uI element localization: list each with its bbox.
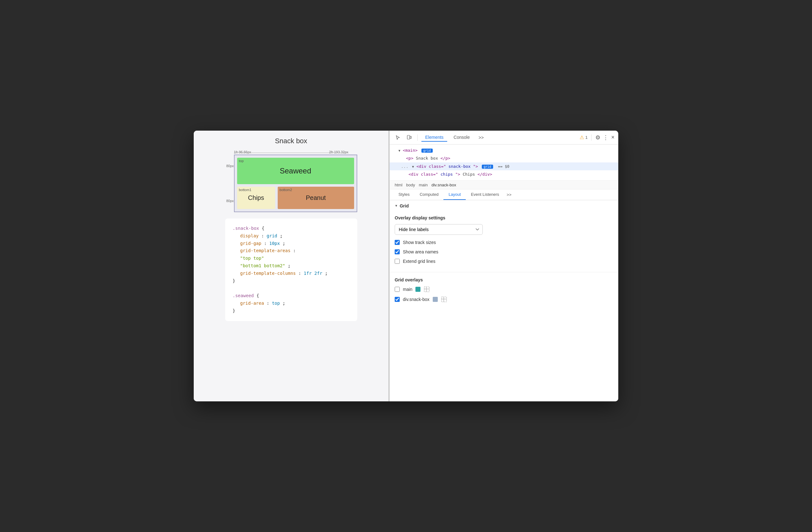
overlay-snackbox-color-swatch[interactable]	[433, 297, 438, 302]
grid-section-title: Grid	[400, 204, 409, 208]
close-button[interactable]: ×	[611, 134, 614, 141]
area-bottom2-text: Peanut	[306, 194, 325, 201]
overlay-main-row: main	[395, 286, 613, 292]
code-line-5: "top top"	[233, 255, 350, 262]
grid-measurements-top: 1fr·96.66px 2fr·193.32px	[225, 150, 357, 154]
code-line-7: grid-template-columns : 1fr 2fr ;	[233, 270, 350, 277]
left-panel: Snack box 1fr·96.66px 2fr·193.32px 80px …	[194, 131, 389, 401]
overlay-snackbox-checkbox[interactable]	[395, 297, 400, 302]
grid-area-bottom2: bottom2 Peanut	[278, 187, 354, 209]
tab-console[interactable]: Console	[450, 134, 473, 142]
gear-icon-btn[interactable]: ⚙	[595, 134, 600, 141]
toolbar-sep-1	[417, 135, 418, 141]
grid-visualization: 1fr·96.66px 2fr·193.32px 80px 80px top S…	[225, 150, 357, 212]
code-line-6: "bottom1 bottom2" ;	[233, 262, 350, 270]
warning-count: 1	[585, 135, 588, 140]
code-line-12: }	[233, 307, 350, 315]
device-icon-btn[interactable]	[405, 133, 414, 142]
line-labels-dropdown[interactable]: Hide line labels Show line numbers Show …	[395, 224, 483, 235]
tab-more[interactable]: >>	[476, 134, 486, 141]
toolbar-sep-2	[591, 135, 592, 141]
devtools-panel: Elements Console >> ⚠ 1 ⚙ ⋮ × ▼ <main>	[390, 131, 618, 401]
svg-rect-5	[441, 297, 447, 302]
overlays-title: Grid overlays	[395, 277, 613, 282]
code-line-10: .seaweed {	[233, 292, 350, 300]
code-line-4: grid-template-areas :	[233, 247, 350, 255]
grid-box: top Seaweed bottom1 Chips bottom2 Peanut	[234, 155, 357, 212]
code-line-3: grid-gap : 10px ;	[233, 240, 350, 248]
overlay-snackbox-row: div.snack-box	[395, 296, 613, 303]
dom-tree: ▼ <main> grid <p> Snack box </p> ...	[390, 144, 618, 181]
subtab-event-listeners[interactable]: Event Listeners	[466, 190, 504, 200]
code-block: .snack-box { display : grid ; grid-gap :	[225, 219, 357, 321]
dom-row-snack-box[interactable]: ... ▼ <div class=" snack-box "> grid == …	[390, 163, 618, 171]
area-top-text: Seaweed	[279, 167, 311, 175]
overlay-main-grid-icon[interactable]	[424, 286, 430, 292]
code-line-8: }	[233, 277, 350, 285]
checkbox-track-sizes-row: Show track sizes	[395, 240, 613, 245]
grid-section-body: Overlay display settings Hide line label…	[390, 212, 618, 272]
measurement-right: 2fr·193.32px	[329, 150, 348, 154]
side-label-top: 80px	[227, 164, 233, 168]
warning-icon: ⚠	[580, 135, 584, 140]
tab-elements[interactable]: Elements	[421, 134, 447, 142]
dom-row-main[interactable]: ▼ <main> grid	[390, 146, 618, 154]
code-line-2: display : grid ;	[233, 232, 350, 240]
overlay-display-title: Overlay display settings	[395, 215, 613, 220]
area-bottom2-label: bottom2	[279, 188, 292, 192]
measurement-left: 1fr·96.66px	[234, 150, 251, 154]
grid-side-labels: 80px 80px	[225, 155, 234, 212]
breadcrumb: html body main div.snack-box	[390, 181, 618, 190]
area-bottom1-text: Chips	[248, 194, 264, 201]
checkbox-area-names-label: Show area names	[403, 249, 438, 254]
svg-rect-1	[410, 136, 411, 139]
checkbox-extend-lines-label: Extend grid lines	[403, 259, 436, 264]
svg-rect-0	[407, 135, 410, 139]
checkbox-extend-lines-row: Extend grid lines	[395, 259, 613, 264]
dropdown-container: Hide line labels Show line numbers Show …	[395, 224, 613, 235]
breadcrumb-main[interactable]: main	[418, 182, 429, 188]
checkbox-track-sizes-label: Show track sizes	[403, 240, 436, 245]
grid-outer: 80px 80px top Seaweed bottom1 Chips	[225, 155, 357, 212]
grid-area-bottom1: bottom1 Chips	[237, 187, 275, 209]
area-top-label: top	[239, 159, 244, 163]
checkbox-track-sizes[interactable]	[395, 240, 400, 245]
overlay-main-checkbox[interactable]	[395, 287, 400, 292]
devtools-toolbar: Elements Console >> ⚠ 1 ⚙ ⋮ ×	[390, 131, 618, 144]
more-options-icon-btn[interactable]: ⋮	[603, 134, 609, 141]
browser-window: Snack box 1fr·96.66px 2fr·193.32px 80px …	[194, 131, 618, 401]
layout-content: ▼ Grid Overlay display settings Hide lin…	[390, 200, 618, 401]
code-line-1: .snack-box {	[233, 225, 350, 232]
grid-section-triangle: ▼	[395, 204, 398, 208]
breadcrumb-body[interactable]: body	[405, 182, 416, 188]
grid-area-top: top Seaweed	[237, 158, 354, 184]
code-line-11: grid-area : top ;	[233, 300, 350, 307]
grid-overlays-section: Grid overlays main	[390, 272, 618, 310]
subtab-layout[interactable]: Layout	[444, 190, 466, 200]
overlay-snackbox-label: div.snack-box	[403, 297, 430, 302]
breadcrumb-snackbox[interactable]: div.snack-box	[430, 182, 458, 188]
subtab-styles[interactable]: Styles	[393, 190, 415, 200]
area-bottom1-label: bottom1	[239, 188, 251, 192]
browser-content: Snack box 1fr·96.66px 2fr·193.32px 80px …	[194, 131, 618, 401]
breadcrumb-html[interactable]: html	[393, 182, 404, 188]
overlay-main-label: main	[403, 287, 412, 292]
overlay-snackbox-grid-icon[interactable]	[441, 296, 447, 303]
checkbox-area-names[interactable]	[395, 249, 400, 254]
overlay-main-color-swatch[interactable]	[416, 287, 420, 292]
toolbar-warning: ⚠ 1	[580, 135, 588, 140]
checkbox-area-names-row: Show area names	[395, 249, 613, 254]
subtab-more[interactable]: >>	[504, 190, 514, 199]
grid-badge-main: grid	[421, 149, 433, 153]
grid-section-header[interactable]: ▼ Grid	[390, 200, 618, 212]
subtab-computed[interactable]: Computed	[415, 190, 444, 200]
dom-row-chips[interactable]: <div class=" chips "> Chips </div>	[390, 170, 618, 178]
checkbox-extend-lines[interactable]	[395, 259, 400, 264]
grid-badge-snackbox: grid	[482, 165, 493, 169]
side-label-bottom: 80px	[227, 199, 233, 203]
cursor-icon-btn[interactable]	[393, 133, 402, 142]
svg-rect-2	[424, 287, 429, 292]
page-title: Snack box	[275, 137, 307, 145]
dom-row-p[interactable]: <p> Snack box </p>	[390, 154, 618, 162]
subtabs: Styles Computed Layout Event Listeners >…	[390, 190, 618, 200]
